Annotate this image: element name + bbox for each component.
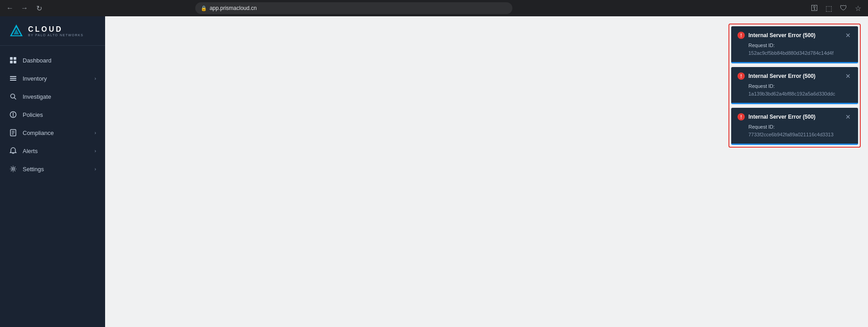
prisma-logo-icon — [9, 24, 24, 38]
sidebar-logo: CLOUD BY PALO ALTO NETWORKS — [0, 16, 105, 46]
sidebar-item-compliance[interactable]: Compliance › — [0, 124, 105, 142]
toast-3-close-button[interactable]: ✕ — [844, 114, 852, 120]
inventory-label: Inventory — [23, 75, 47, 82]
settings-label: Settings — [23, 166, 44, 173]
browser-chrome: ← → ↻ 🔒 app.prismacloud.cn ⚿ ⬚ 🛡 ☆ — [0, 0, 868, 16]
shield-button[interactable]: 🛡 — [837, 2, 850, 14]
toast-1-header: ! Internal Server Error (500) ✕ — [738, 32, 852, 39]
toast-1-title: Internal Server Error (500) — [748, 32, 841, 38]
toast-2-body: Request ID: 1a139b3bd62a4bf88c192a5a6d33… — [738, 82, 852, 97]
sidebar: CLOUD BY PALO ALTO NETWORKS Dashboard — [0, 16, 105, 327]
lock-icon: 🔒 — [201, 5, 207, 11]
svg-rect-7 — [10, 76, 16, 77]
toast-3-body: Request ID: 7733f2cce6b942fa89a021116c4d… — [738, 123, 852, 138]
back-button[interactable]: ← — [4, 2, 16, 14]
toast-1: ! Internal Server Error (500) ✕ Request … — [731, 26, 858, 63]
inventory-icon — [9, 74, 17, 82]
alerts-label: Alerts — [23, 148, 38, 154]
svg-rect-4 — [14, 57, 16, 60]
inventory-chevron-icon: › — [95, 76, 96, 81]
toast-1-body: Request ID: 152ac9cf5bb84bd880d342d784c1… — [738, 42, 852, 57]
logo-text: CLOUD BY PALO ALTO NETWORKS — [28, 25, 83, 37]
logo-subtitle-text: BY PALO ALTO NETWORKS — [28, 34, 83, 37]
logo-cloud-text: CLOUD — [28, 25, 83, 34]
address-bar[interactable]: 🔒 app.prismacloud.cn — [195, 2, 512, 14]
dashboard-label: Dashboard — [23, 57, 52, 64]
svg-rect-5 — [10, 61, 13, 63]
sidebar-item-investigate[interactable]: Investigate — [0, 87, 105, 106]
sidebar-item-policies[interactable]: Policies — [0, 106, 105, 124]
toast-3: ! Internal Server Error (500) ✕ Request … — [731, 108, 858, 145]
toast-2: ! Internal Server Error (500) ✕ Request … — [731, 67, 858, 104]
toast-2-close-button[interactable]: ✕ — [844, 73, 852, 79]
settings-chevron-icon: › — [95, 167, 96, 172]
compliance-label: Compliance — [23, 130, 54, 136]
policies-icon — [9, 111, 17, 119]
toast-2-error-icon: ! — [738, 72, 745, 80]
toast-3-title: Internal Server Error (500) — [748, 114, 841, 120]
investigate-label: Investigate — [23, 93, 51, 100]
sidebar-item-inventory[interactable]: Inventory › — [0, 69, 105, 87]
refresh-button[interactable]: ↻ — [33, 2, 45, 14]
alerts-chevron-icon: › — [95, 149, 96, 154]
toast-3-header: ! Internal Server Error (500) ✕ — [738, 113, 852, 120]
settings-icon — [9, 165, 17, 173]
toast-3-request-label: Request ID: — [748, 124, 775, 130]
toast-2-header: ! Internal Server Error (500) ✕ — [738, 72, 852, 80]
svg-point-17 — [12, 168, 14, 170]
browser-nav-buttons: ← → ↻ — [4, 2, 45, 14]
investigate-icon — [9, 92, 17, 101]
browser-actions: ⚿ ⬚ 🛡 ☆ — [808, 2, 864, 14]
sidebar-nav: Dashboard Inventory › — [0, 46, 105, 327]
toast-2-request-id: 1a139b3bd62a4bf88c192a5a6d330ddc — [748, 91, 835, 96]
toast-3-error-icon: ! — [738, 113, 745, 120]
svg-rect-8 — [10, 78, 16, 79]
svg-rect-9 — [10, 80, 16, 81]
sidebar-item-alerts[interactable]: Alerts › — [0, 142, 105, 160]
compliance-icon — [9, 129, 17, 137]
toast-1-close-button[interactable]: ✕ — [844, 32, 852, 38]
toast-1-request-label: Request ID: — [748, 43, 775, 48]
dashboard-icon — [9, 56, 17, 64]
sidebar-item-settings[interactable]: Settings › — [0, 160, 105, 178]
toast-1-request-id: 152ac9cf5bb84bd880d342d784c14d4f — [748, 50, 834, 56]
toast-2-title: Internal Server Error (500) — [748, 73, 841, 79]
app-container: CLOUD BY PALO ALTO NETWORKS Dashboard — [0, 16, 868, 327]
svg-rect-3 — [10, 57, 13, 60]
toast-3-request-id: 7733f2cce6b942fa89a021116c4d3313 — [748, 132, 834, 137]
svg-line-11 — [14, 98, 16, 100]
compliance-chevron-icon: › — [95, 130, 96, 135]
toast-1-error-icon: ! — [738, 32, 745, 39]
sidebar-item-dashboard[interactable]: Dashboard — [0, 51, 105, 69]
policies-label: Policies — [23, 111, 43, 118]
main-content: ! Internal Server Error (500) ✕ Request … — [105, 16, 868, 327]
toast-container: ! Internal Server Error (500) ✕ Request … — [728, 24, 861, 148]
url-text: app.prismacloud.cn — [210, 5, 257, 11]
extensions-button[interactable]: ⬚ — [823, 2, 835, 14]
bookmark-button[interactable]: ☆ — [852, 2, 864, 14]
svg-rect-6 — [14, 61, 16, 63]
profile-button[interactable]: ⚿ — [808, 2, 821, 14]
toast-2-request-label: Request ID: — [748, 83, 775, 89]
forward-button[interactable]: → — [18, 2, 31, 14]
alerts-icon — [9, 147, 17, 155]
